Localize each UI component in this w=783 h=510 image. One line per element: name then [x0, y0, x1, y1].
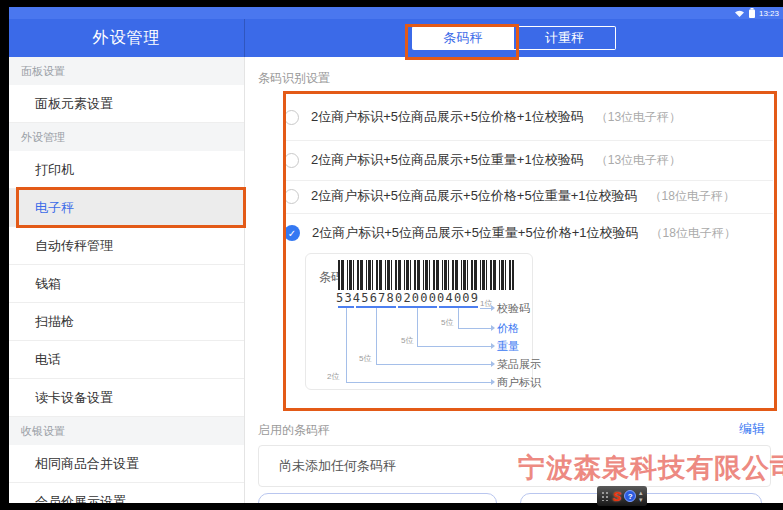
connector-line	[376, 364, 491, 365]
app-screen: 13:23 外设管理 条码秤 计重秤 面板设置 面板元素设置 外设管理 打印机 …	[9, 7, 783, 503]
option-label: 2位商户标识+5位商品展示+5位重量+1位校验码	[311, 151, 584, 169]
sidebar-section-cashier: 收银设置	[9, 417, 244, 445]
barcode-diagram-card: 条码: 53456780200004009 1位 校验码 5位 价格 5位	[305, 253, 533, 390]
clock-time: 13:23	[759, 9, 779, 18]
drag-handle-icon[interactable]	[601, 491, 609, 501]
option-row-18bit-price-weight[interactable]: 2位商户标识+5位商品展示+5位价格+5位重量+1位校验码 （18位电子秤）	[284, 186, 735, 206]
connector-line	[480, 308, 491, 309]
sidebar-item-member-price-display[interactable]: 会员价展示设置	[9, 483, 244, 503]
sidebar: 面板设置 面板元素设置 外设管理 打印机 电子秤 自动传秤管理 钱箱 扫描枪 电…	[9, 57, 245, 503]
option-note: （13位电子秤）	[596, 152, 681, 169]
sidebar-item-printer[interactable]: 打印机	[9, 151, 244, 189]
radio-unchecked-icon[interactable]	[284, 189, 299, 204]
size-label-merchant: 2位	[327, 371, 339, 382]
arrow-icon	[491, 379, 495, 385]
scale-tab-group: 条码秤 计重秤	[412, 26, 616, 50]
sidebar-item-telephone[interactable]: 电话	[9, 341, 244, 379]
tab-weighing-scale[interactable]: 计重秤	[514, 26, 616, 50]
radio-checked-icon[interactable]: ✓	[284, 225, 300, 241]
sidebar-item-cash-drawer[interactable]: 钱箱	[9, 265, 244, 303]
field-label-weight: 重量	[497, 339, 519, 354]
arrow-icon	[491, 325, 495, 331]
option-row-18bit-weight-price[interactable]: ✓ 2位商户标识+5位商品展示+5位重量+5位价格+1位校验码 （18位电子秤）	[284, 223, 736, 243]
main-content: 条码识别设置 2位商户标识+5位商品展示+5位价格+1位校验码 （13位电子秤）…	[246, 57, 783, 503]
app-header: 外设管理 条码秤 计重秤	[9, 19, 783, 57]
option-row-13bit-weight[interactable]: 2位商户标识+5位商品展示+5位重量+1位校验码 （13位电子秤）	[284, 150, 681, 170]
help-icon[interactable]: ?	[624, 490, 636, 502]
option-label: 2位商户标识+5位商品展示+5位重量+5位价格+1位校验码	[312, 224, 639, 242]
screenshot-tool-toolbar[interactable]: S ? ▴▾	[597, 486, 647, 506]
connector-line	[376, 308, 377, 364]
divider	[284, 180, 773, 181]
field-label-merchant-id: 商户标识	[497, 375, 541, 390]
page-title: 外设管理	[93, 28, 161, 49]
connector-line	[417, 346, 491, 347]
arrow-icon	[491, 361, 495, 367]
divider	[284, 140, 773, 141]
barcode-image	[338, 260, 514, 290]
sidebar-item-electronic-scale[interactable]: 电子秤	[9, 189, 244, 227]
option-note: （18位电子秤）	[651, 225, 736, 242]
sidebar-section-panel: 面板设置	[9, 57, 244, 85]
sidebar-item-merge-same-goods[interactable]: 相同商品合并设置	[9, 445, 244, 483]
field-label-check-code: 校验码	[497, 301, 530, 316]
header-tabs-area: 条码秤 计重秤	[245, 19, 783, 57]
connector-line	[417, 308, 418, 346]
screen-frame	[0, 503, 783, 510]
arrow-icon	[491, 305, 495, 311]
sidebar-item-scanner-gun[interactable]: 扫描枪	[9, 303, 244, 341]
status-bar: 13:23	[9, 7, 783, 19]
edit-link[interactable]: 编辑	[739, 420, 765, 438]
option-row-13bit-price[interactable]: 2位商户标识+5位商品展示+5位价格+1位校验码 （13位电子秤）	[284, 107, 681, 127]
option-label: 2位商户标识+5位商品展示+5位价格+1位校验码	[311, 108, 584, 126]
caret-updown-icon[interactable]: ▴▾	[639, 489, 643, 503]
barcode-recognition-settings-title: 条码识别设置	[258, 70, 330, 87]
divider	[284, 213, 773, 214]
size-label-weight: 5位	[401, 335, 413, 346]
field-label-goods-display: 菜品展示	[497, 357, 541, 372]
sidebar-item-card-reader[interactable]: 读卡设备设置	[9, 379, 244, 417]
option-note: （13位电子秤）	[596, 109, 681, 126]
radio-unchecked-icon[interactable]	[284, 110, 299, 125]
tab-barcode-scale[interactable]: 条码秤	[412, 26, 514, 50]
sidebar-item-auto-scale-mgmt[interactable]: 自动传秤管理	[9, 227, 244, 265]
connector-line	[346, 308, 347, 382]
header-title-area: 外设管理	[9, 19, 245, 57]
size-label-display: 5位	[359, 353, 371, 364]
option-label: 2位商户标识+5位商品展示+5位价格+5位重量+1位校验码	[311, 187, 638, 205]
sidebar-item-panel-elements[interactable]: 面板元素设置	[9, 85, 244, 123]
size-label-price: 5位	[441, 317, 453, 328]
vendor-watermark: 宁波森泉科技有限公司	[518, 450, 783, 486]
enabled-scales-title: 启用的条码秤	[258, 422, 330, 439]
arrow-icon	[491, 343, 495, 349]
connector-line	[458, 328, 491, 329]
option-note: （18位电子秤）	[650, 188, 735, 205]
sidebar-section-peripherals: 外设管理	[9, 123, 244, 151]
connector-line	[346, 382, 491, 383]
bottom-button-left[interactable]	[258, 493, 497, 503]
field-label-price: 价格	[497, 321, 519, 336]
connector-line	[458, 308, 459, 328]
barcode-digits: 53456780200004009	[336, 291, 479, 305]
radio-unchecked-icon[interactable]	[284, 153, 299, 168]
snip-app-logo-icon[interactable]: S	[612, 490, 621, 503]
